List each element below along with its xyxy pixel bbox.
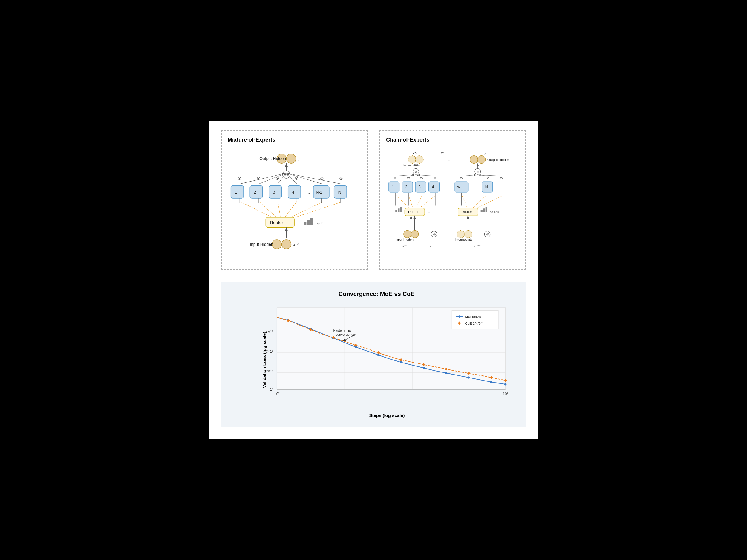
svg-point-52	[282, 240, 291, 249]
svg-rect-89	[415, 182, 426, 193]
svg-point-62	[470, 156, 478, 164]
svg-rect-106	[398, 209, 400, 212]
svg-rect-105	[395, 210, 397, 212]
svg-text:3: 3	[419, 185, 421, 189]
svg-rect-115	[486, 207, 487, 212]
svg-text:Output Hidden: Output Hidden	[487, 158, 510, 162]
svg-text:Input Hidden: Input Hidden	[250, 242, 273, 247]
y-axis-label: Validation Loss (log scale)	[262, 331, 267, 388]
svg-text:4×1⁰: 4×1⁰	[266, 330, 274, 334]
moe-diagram-svg: Output Hidden y ⊕ ⊗ ⊗ ⊗ ⊗ ⊗ ⊗	[228, 148, 361, 262]
svg-rect-21	[250, 186, 262, 198]
svg-text:Top K/C: Top K/C	[489, 211, 499, 214]
svg-text:y: y	[484, 152, 486, 155]
svg-text:N: N	[485, 185, 488, 189]
svg-text:3: 3	[273, 190, 275, 194]
svg-text:1: 1	[392, 185, 394, 189]
svg-text:x⁽¹⁾: x⁽¹⁾	[430, 244, 434, 247]
svg-point-58	[408, 156, 416, 164]
svg-text:⊗: ⊗	[237, 176, 241, 181]
svg-text:x⁽¹⁾: x⁽¹⁾	[412, 152, 417, 155]
svg-text:x⁽²⁾: x⁽²⁾	[439, 152, 444, 155]
svg-line-14	[259, 174, 285, 184]
chart-title: Convergence: MoE vs CoE	[239, 291, 514, 297]
svg-text:⊗: ⊗	[339, 176, 343, 181]
svg-rect-48	[310, 218, 313, 225]
svg-rect-91	[429, 182, 440, 193]
svg-line-17	[288, 174, 323, 184]
svg-text:1: 1	[235, 190, 237, 194]
svg-point-164	[505, 383, 507, 385]
svg-text:Router: Router	[461, 210, 472, 214]
svg-point-63	[478, 156, 486, 164]
svg-text:2: 2	[254, 190, 256, 194]
svg-point-161	[445, 372, 447, 374]
svg-rect-107	[400, 207, 402, 212]
svg-text:4: 4	[292, 190, 294, 194]
svg-point-1	[286, 154, 296, 164]
svg-text:⊕: ⊕	[476, 170, 480, 174]
svg-rect-87	[402, 182, 413, 193]
svg-rect-85	[389, 182, 400, 193]
svg-rect-47	[307, 220, 309, 225]
svg-text:3×1⁰: 3×1⁰	[266, 349, 274, 354]
svg-text:Router: Router	[408, 210, 419, 214]
svg-point-51	[272, 240, 282, 249]
svg-point-126	[404, 231, 411, 238]
svg-line-82	[462, 175, 476, 176]
svg-text:Intermediate: Intermediate	[403, 164, 420, 167]
svg-text:Intermediate: Intermediate	[455, 238, 472, 242]
svg-rect-46	[304, 222, 306, 225]
main-container: Mixture-of-Experts Output Hidden y ⊕ ⊗ ⊗…	[209, 121, 538, 438]
svg-rect-114	[483, 209, 485, 212]
svg-text:N: N	[338, 190, 341, 194]
chart-svg: 1⁰ 2×1⁰ 3×1⁰ 4×1⁰ 10² 10³	[260, 302, 514, 409]
svg-text:1⁰: 1⁰	[270, 388, 274, 392]
svg-text:⊗: ⊗	[500, 176, 503, 180]
svg-text:Router: Router	[270, 220, 283, 225]
svg-text:Top K: Top K	[314, 221, 323, 225]
svg-rect-19	[231, 186, 243, 198]
svg-text:Input Hidden: Input Hidden	[395, 238, 414, 242]
svg-point-59	[415, 156, 423, 164]
svg-text:10²: 10²	[274, 392, 280, 396]
coe-diagram-svg: x⁽¹⁾ x⁽²⁾ y Intermediate ... Output Hidd…	[386, 148, 519, 249]
coe-title: Chain-of-Experts	[386, 137, 519, 143]
svg-text:2: 2	[405, 185, 407, 189]
svg-rect-25	[288, 186, 301, 198]
svg-text:⊗: ⊗	[460, 176, 463, 180]
svg-text:⊗: ⊗	[407, 176, 410, 180]
svg-text:Output Hidden: Output Hidden	[259, 157, 286, 161]
moe-title: Mixture-of-Experts	[228, 137, 361, 143]
x-axis-label: Steps (log scale)	[260, 413, 514, 418]
svg-point-129	[457, 231, 464, 238]
svg-text:⊗: ⊗	[393, 176, 396, 180]
svg-text:...: ...	[306, 190, 310, 194]
svg-point-163	[490, 381, 493, 383]
svg-text:10³: 10³	[503, 392, 508, 396]
svg-text:...: ...	[427, 210, 430, 214]
svg-text:...: ...	[444, 185, 447, 189]
svg-text:x⁽ᶜ⁻¹⁾: x⁽ᶜ⁻¹⁾	[473, 244, 481, 247]
svg-text:⊗: ⊗	[434, 176, 437, 180]
svg-line-78	[395, 175, 414, 176]
svg-point-127	[411, 231, 419, 238]
svg-text:CoE-2(4/64): CoE-2(4/64)	[465, 321, 484, 325]
svg-text:⊕: ⊕	[285, 172, 289, 177]
diagrams-row: Mixture-of-Experts Output Hidden y ⊕ ⊗ ⊗…	[221, 130, 526, 269]
svg-rect-179	[452, 310, 498, 328]
svg-text:MoE(8/64): MoE(8/64)	[465, 315, 481, 319]
svg-text:x⁽⁰⁾: x⁽⁰⁾	[402, 244, 407, 247]
svg-text:N-1: N-1	[457, 185, 462, 189]
svg-text:Faster initial: Faster initial	[333, 328, 352, 332]
coe-diagram-box: Chain-of-Experts x⁽¹⁾ x⁽²⁾ y Interm	[380, 130, 526, 269]
svg-point-160	[422, 367, 425, 369]
svg-text:N-1: N-1	[316, 190, 322, 194]
svg-text:convergence: convergence	[336, 333, 355, 336]
svg-text:⊗: ⊗	[420, 176, 423, 180]
svg-point-181	[458, 315, 461, 318]
svg-text:...: ...	[447, 158, 450, 162]
moe-diagram-box: Mixture-of-Experts Output Hidden y ⊕ ⊗ ⊗…	[221, 130, 367, 269]
svg-text:2×1⁰: 2×1⁰	[266, 369, 274, 373]
svg-text:⊗: ⊗	[487, 176, 490, 180]
